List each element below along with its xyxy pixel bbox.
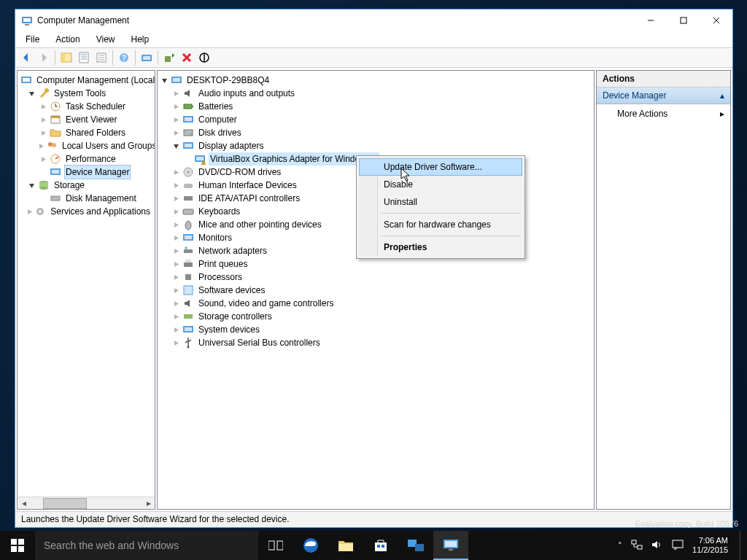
keyboard-icon: [182, 206, 194, 217]
menu-help[interactable]: Help: [124, 33, 157, 46]
cat-disk-drives[interactable]: Disk drives: [159, 126, 594, 139]
chevron-right-icon[interactable]: [171, 233, 181, 243]
disable-button[interactable]: [196, 50, 212, 66]
taskbar-computer-management[interactable]: [433, 531, 468, 560]
device-root[interactable]: DESKTOP-29BB8Q4: [159, 74, 594, 87]
actions-header: Actions: [597, 71, 730, 88]
chevron-right-icon[interactable]: [171, 180, 181, 190]
chevron-right-icon[interactable]: [171, 88, 181, 98]
scan-hardware-button[interactable]: [139, 50, 155, 66]
menu-view[interactable]: View: [89, 33, 123, 46]
chevron-right-icon[interactable]: [171, 193, 181, 203]
tray-volume-icon[interactable]: [651, 540, 663, 551]
chevron-right-icon[interactable]: [171, 311, 181, 322]
chevron-right-icon[interactable]: [38, 128, 48, 138]
cm-scan-hardware[interactable]: Scan for hardware changes: [359, 216, 522, 233]
cm-uninstall[interactable]: Uninstall: [359, 193, 522, 211]
chevron-down-icon[interactable]: [26, 88, 36, 98]
task-view-button[interactable]: [258, 531, 293, 560]
cm-properties[interactable]: Properties: [359, 238, 522, 256]
cat-batteries[interactable]: Batteries: [159, 100, 594, 113]
cat-system[interactable]: System devices: [159, 323, 594, 336]
chevron-right-icon[interactable]: [171, 167, 181, 177]
tree-shared-folders[interactable]: Shared Folders: [19, 126, 155, 139]
taskbar-explorer[interactable]: [328, 531, 363, 560]
tree-services[interactable]: Services and Applications: [19, 205, 155, 218]
chevron-right-icon[interactable]: [38, 101, 48, 112]
cm-disable[interactable]: Disable: [359, 176, 522, 193]
taskbar-store[interactable]: [363, 531, 398, 560]
tree-disk-management[interactable]: Disk Management: [19, 192, 155, 205]
chevron-right-icon[interactable]: [26, 206, 33, 217]
console-tree[interactable]: Computer Management (Local System Tools …: [18, 71, 155, 497]
tree-event-viewer[interactable]: Event Viewer: [19, 113, 155, 126]
horizontal-scrollbar[interactable]: ◂ ▸: [18, 497, 155, 509]
chevron-down-icon[interactable]: [26, 180, 36, 190]
chevron-right-icon[interactable]: [38, 114, 48, 125]
tree-system-tools[interactable]: System Tools: [19, 87, 155, 100]
actions-section[interactable]: Device Manager ▴: [597, 88, 730, 104]
chevron-down-icon[interactable]: [159, 75, 169, 85]
tree-device-manager[interactable]: Device Manager: [19, 166, 155, 179]
chevron-right-icon[interactable]: [171, 324, 181, 335]
show-desktop-button[interactable]: [740, 531, 744, 560]
chevron-right-icon[interactable]: [171, 285, 181, 295]
cat-display-adapters[interactable]: Display adapters: [159, 139, 594, 152]
chevron-down-icon[interactable]: [171, 141, 181, 151]
back-button[interactable]: [18, 50, 34, 66]
chevron-right-icon[interactable]: [38, 141, 44, 151]
uninstall-button[interactable]: [179, 50, 195, 66]
scroll-left-icon[interactable]: ◂: [18, 498, 30, 509]
chevron-right-icon[interactable]: [171, 206, 181, 217]
forward-button[interactable]: [36, 50, 52, 66]
cat-print[interactable]: Print queues: [159, 257, 594, 271]
chevron-right-icon[interactable]: [171, 246, 181, 256]
chevron-right-icon[interactable]: [38, 154, 48, 164]
menu-action[interactable]: Action: [48, 33, 87, 46]
close-button[interactable]: [700, 9, 732, 31]
titlebar[interactable]: Computer Management: [15, 9, 732, 31]
taskbar-edge[interactable]: [293, 531, 328, 560]
collapse-icon[interactable]: ▴: [720, 90, 724, 101]
chevron-right-icon[interactable]: [171, 298, 181, 308]
scrollbar-thumb[interactable]: [43, 498, 87, 509]
device-tree[interactable]: DESKTOP-29BB8Q4 Audio inputs and outputs…: [158, 71, 594, 509]
maximize-button[interactable]: [667, 9, 700, 31]
tray-notifications-icon[interactable]: [672, 540, 684, 551]
chevron-right-icon[interactable]: [171, 338, 181, 348]
chevron-right-icon[interactable]: [171, 101, 181, 112]
tree-storage[interactable]: Storage: [19, 179, 155, 192]
tree-local-users[interactable]: Local Users and Groups: [19, 139, 155, 152]
chevron-right-icon[interactable]: [171, 272, 181, 282]
help-button[interactable]: ?: [116, 50, 132, 66]
taskbar-clock[interactable]: 7:06 AM 11/2/2015: [692, 536, 731, 555]
cat-audio[interactable]: Audio inputs and outputs: [159, 87, 594, 100]
chevron-right-icon[interactable]: [171, 219, 181, 230]
tray-network-icon[interactable]: [631, 540, 643, 551]
cat-computer[interactable]: Computer: [159, 113, 594, 126]
tree-root[interactable]: Computer Management (Local: [19, 74, 155, 87]
tree-performance[interactable]: Performance: [19, 152, 155, 166]
cat-usb[interactable]: Universal Serial Bus controllers: [159, 336, 594, 349]
actions-more[interactable]: More Actions ▸: [597, 104, 730, 123]
cat-sound[interactable]: Sound, video and game controllers: [159, 297, 594, 310]
taskbar-search[interactable]: Search the web and Windows: [35, 531, 258, 560]
cat-storage-ctl[interactable]: Storage controllers: [159, 310, 594, 323]
cat-software[interactable]: Software devices: [159, 284, 594, 297]
export-list-button[interactable]: [93, 50, 109, 66]
scroll-right-icon[interactable]: ▸: [142, 498, 155, 509]
chevron-right-icon[interactable]: [171, 114, 181, 125]
menu-file[interactable]: File: [18, 33, 47, 46]
tree-task-scheduler[interactable]: Task Scheduler: [19, 100, 155, 113]
properties-button[interactable]: [76, 50, 92, 66]
tray-chevron-icon[interactable]: ˄: [618, 541, 622, 551]
cat-processors[interactable]: Processors: [159, 271, 594, 284]
show-hide-tree-button[interactable]: [58, 50, 74, 66]
cm-update-driver[interactable]: Update Driver Software...: [359, 158, 522, 176]
update-driver-button[interactable]: [161, 50, 177, 66]
start-button[interactable]: [0, 531, 35, 560]
minimize-button[interactable]: [634, 9, 667, 31]
chevron-right-icon[interactable]: [171, 259, 181, 269]
chevron-right-icon[interactable]: [171, 128, 181, 138]
taskbar-app-1[interactable]: [398, 531, 433, 560]
